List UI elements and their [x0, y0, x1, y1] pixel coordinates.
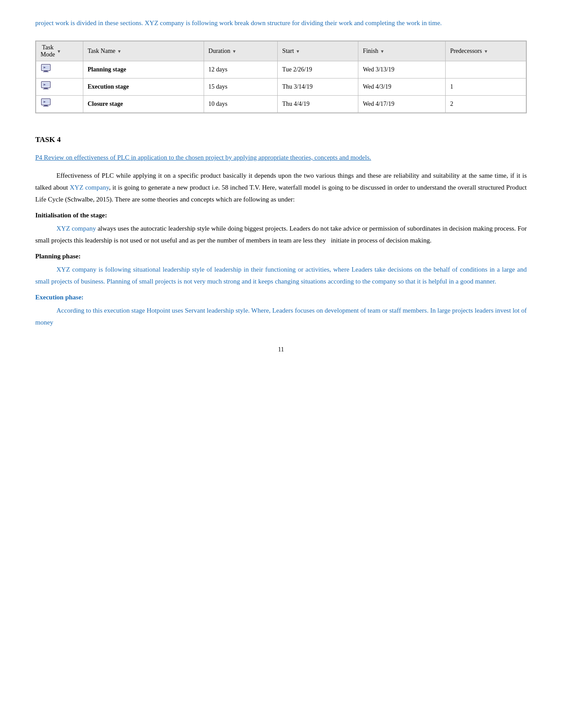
- col-header-start: Start ▼: [278, 41, 358, 61]
- sort-icon-predecessors[interactable]: ▼: [484, 49, 488, 54]
- planning-phase-heading: Planning phase:: [35, 253, 527, 260]
- col-label-task-name: Task Name: [88, 48, 115, 55]
- task-mode-icon-2: [41, 103, 53, 109]
- svg-rect-4: [43, 71, 48, 72]
- task4-heading: TASK 4: [35, 135, 527, 144]
- task-name-text-1: Execution stage: [88, 83, 129, 90]
- init-stage-heading: Initialisation of the stage:: [35, 212, 527, 219]
- cell-predecessors-1: 1: [446, 78, 526, 96]
- sort-icon-task-mode[interactable]: ▼: [57, 49, 61, 54]
- table-header-row: TaskMode ▼ Task Name ▼ Duration ▼: [36, 41, 526, 61]
- col-label-start: Start: [282, 48, 294, 55]
- task4-intro-para: Effectiveness of PLC while applying it o…: [35, 170, 527, 205]
- cell-start-1: Thu 3/14/19: [278, 78, 358, 96]
- table-row: Closure stage10 daysThu 4/4/19Wed 4/17/1…: [36, 96, 526, 113]
- cell-duration-2: 10 days: [204, 96, 278, 113]
- table-row: Planning stage12 daysTue 2/26/19Wed 3/13…: [36, 61, 526, 78]
- col-header-finish: Finish ▼: [358, 41, 446, 61]
- cell-predecessors-0: [446, 61, 526, 78]
- execution-phase-heading: Execution phase:: [35, 294, 527, 301]
- sort-icon-task-name[interactable]: ▼: [117, 49, 122, 54]
- cell-start-2: Thu 4/4/19: [278, 96, 358, 113]
- task-name-text-2: Closure stage: [88, 101, 123, 107]
- xyz-company-link-2: XYZ company: [56, 225, 96, 232]
- task-name-text-0: Planning stage: [88, 66, 127, 73]
- task-table: TaskMode ▼ Task Name ▼ Duration ▼: [36, 41, 526, 113]
- cell-duration-0: 12 days: [204, 61, 278, 78]
- svg-rect-9: [43, 89, 48, 90]
- intro-paragraph: project work is divided in these section…: [35, 18, 527, 28]
- col-header-task-mode: TaskMode ▼: [36, 41, 83, 61]
- cell-finish-0: Wed 3/13/19: [358, 61, 446, 78]
- task-mode-icon-0: [41, 68, 53, 75]
- col-header-task-name: Task Name ▼: [83, 41, 204, 61]
- svg-rect-3: [44, 71, 48, 71]
- col-label-predecessors: Predecessors: [450, 48, 482, 55]
- sort-icon-duration[interactable]: ▼: [232, 49, 237, 54]
- cell-finish-1: Wed 4/3/19: [358, 78, 446, 96]
- sort-icon-finish[interactable]: ▼: [380, 49, 384, 54]
- svg-rect-14: [43, 106, 48, 107]
- col-label-finish: Finish: [363, 48, 378, 55]
- cell-task-mode-0: [36, 61, 83, 78]
- col-header-duration: Duration ▼: [204, 41, 278, 61]
- task-table-wrapper: TaskMode ▼ Task Name ▼ Duration ▼: [35, 41, 527, 113]
- svg-rect-8: [44, 88, 48, 89]
- task-mode-icon-1: [41, 86, 53, 92]
- task4-subheading: P4 Review on effectiveness of PLC in app…: [35, 152, 527, 163]
- cell-task-mode-1: [36, 78, 83, 96]
- task4-section: TASK 4 P4 Review on effectiveness of PLC…: [35, 135, 527, 329]
- cell-predecessors-2: 2: [446, 96, 526, 113]
- cell-task-name-1: Execution stage: [83, 78, 204, 96]
- cell-task-name-2: Closure stage: [83, 96, 204, 113]
- execution-phase-para: According to this execution stage Hotpoi…: [35, 305, 527, 329]
- cell-duration-1: 15 days: [204, 78, 278, 96]
- init-stage-para: XYZ company always uses the autocratic l…: [35, 223, 527, 246]
- cell-finish-2: Wed 4/17/19: [358, 96, 446, 113]
- col-label-task-mode: TaskMode: [41, 44, 55, 58]
- cell-start-0: Tue 2/26/19: [278, 61, 358, 78]
- planning-phase-para: XYZ company is following situational lea…: [35, 264, 527, 287]
- sort-icon-start[interactable]: ▼: [296, 49, 300, 54]
- svg-rect-13: [44, 105, 48, 106]
- col-label-duration: Duration: [208, 48, 231, 55]
- table-row: Execution stage15 daysThu 3/14/19Wed 4/3…: [36, 78, 526, 96]
- col-header-predecessors: Predecessors ▼: [446, 41, 526, 61]
- xyz-company-link-1: XYZ company: [70, 184, 109, 191]
- cell-task-mode-2: [36, 96, 83, 113]
- page-number: 11: [35, 346, 527, 353]
- cell-task-name-0: Planning stage: [83, 61, 204, 78]
